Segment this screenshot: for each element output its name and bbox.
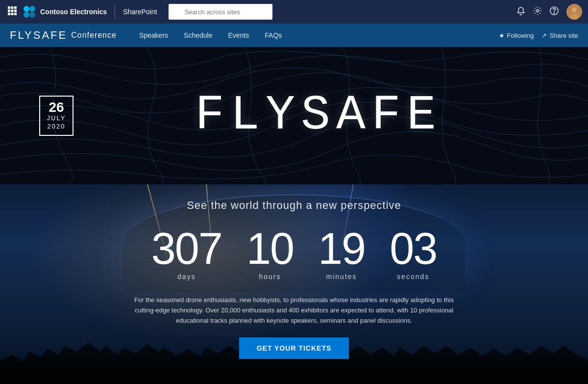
topbar: Contoso Electronics SharePoint 🔍 bbox=[0, 0, 588, 24]
site-conference-label: Conference bbox=[71, 31, 117, 40]
share-icon: ↗ bbox=[541, 32, 547, 39]
sitenav-faqs[interactable]: FAQs bbox=[257, 24, 290, 47]
avatar[interactable] bbox=[566, 4, 582, 20]
sitenav-links: Speakers Schedule Events FAQs bbox=[131, 24, 499, 47]
countdown-hours: 10 hours bbox=[246, 227, 294, 281]
hero-pattern-section: .topo-line { fill: none; stroke: #4488bb… bbox=[0, 47, 588, 184]
svg-rect-7 bbox=[11, 13, 14, 15]
hero-description: For the seasoned drone enthusiasts, new … bbox=[122, 295, 466, 326]
svg-rect-2 bbox=[14, 6, 17, 9]
brand-logo-icon bbox=[23, 5, 36, 19]
svg-point-10 bbox=[29, 6, 35, 12]
svg-rect-3 bbox=[8, 9, 10, 12]
search-container: 🔍 bbox=[169, 4, 339, 20]
following-button[interactable]: ★ Following bbox=[499, 32, 534, 39]
hero-subtitle: See the world through a new perspective bbox=[187, 199, 401, 212]
svg-rect-8 bbox=[14, 13, 17, 15]
share-label: Share site bbox=[549, 32, 578, 39]
countdown-hours-label: hours bbox=[259, 273, 281, 281]
svg-point-13 bbox=[537, 10, 539, 12]
countdown-hours-value: 10 bbox=[246, 227, 294, 271]
sitenav: FLYSAFE Conference Speakers Schedule Eve… bbox=[0, 24, 588, 47]
sitenav-events[interactable]: Events bbox=[220, 24, 257, 47]
event-month: JULY bbox=[46, 114, 67, 123]
search-input[interactable] bbox=[169, 4, 272, 20]
svg-point-12 bbox=[29, 12, 35, 18]
countdown-seconds-label: seconds bbox=[397, 273, 429, 281]
event-year: 2020 bbox=[46, 123, 67, 131]
svg-rect-1 bbox=[11, 6, 14, 9]
site-logo-text: FLYSAFE bbox=[10, 29, 67, 42]
star-icon: ★ bbox=[499, 32, 505, 39]
svg-point-9 bbox=[24, 6, 29, 12]
brand-name: Contoso Electronics bbox=[40, 8, 107, 16]
sitenav-speakers[interactable]: Speakers bbox=[131, 24, 176, 47]
svg-rect-6 bbox=[8, 13, 10, 15]
get-tickets-button[interactable]: GET YOUR TICKETS bbox=[239, 337, 349, 359]
countdown-minutes-label: minutes bbox=[326, 273, 357, 281]
settings-icon[interactable] bbox=[533, 6, 542, 17]
svg-point-17 bbox=[572, 7, 577, 12]
hero-photo-section: See the world through a new perspective … bbox=[0, 184, 588, 384]
countdown-days: 307 days bbox=[151, 227, 222, 281]
share-site-button[interactable]: ↗ Share site bbox=[541, 32, 578, 39]
help-icon[interactable] bbox=[550, 6, 559, 17]
hero-main-title: FLYSAFE bbox=[88, 91, 549, 140]
svg-point-15 bbox=[554, 13, 555, 14]
waffle-icon[interactable] bbox=[6, 4, 19, 20]
event-date-box: 26 JULY 2020 bbox=[39, 96, 74, 136]
countdown: 307 days 10 hours 19 minutes 03 seconds bbox=[151, 227, 437, 281]
following-label: Following bbox=[507, 32, 534, 39]
countdown-seconds: 03 seconds bbox=[390, 227, 437, 281]
event-day: 26 bbox=[46, 101, 67, 114]
sharepoint-label: SharePoint bbox=[123, 8, 157, 16]
countdown-days-label: days bbox=[177, 273, 196, 281]
countdown-seconds-value: 03 bbox=[390, 227, 437, 271]
svg-rect-5 bbox=[14, 9, 17, 12]
svg-rect-0 bbox=[8, 6, 10, 9]
sitenav-schedule[interactable]: Schedule bbox=[176, 24, 220, 47]
countdown-minutes: 19 minutes bbox=[318, 227, 365, 281]
notification-icon[interactable] bbox=[516, 6, 525, 17]
countdown-minutes-value: 19 bbox=[318, 227, 365, 271]
hero-title-area: 26 JULY 2020 FLYSAFE bbox=[0, 47, 588, 184]
countdown-days-value: 307 bbox=[151, 227, 222, 271]
hero: .topo-line { fill: none; stroke: #4488bb… bbox=[0, 47, 588, 384]
svg-point-11 bbox=[24, 12, 29, 18]
hero-content: See the world through a new perspective … bbox=[0, 184, 588, 384]
svg-rect-4 bbox=[11, 9, 14, 12]
topbar-brand[interactable]: Contoso Electronics bbox=[23, 5, 115, 19]
sitenav-logo[interactable]: FLYSAFE Conference bbox=[10, 29, 117, 42]
topbar-icons bbox=[516, 4, 582, 20]
sitenav-actions: ★ Following ↗ Share site bbox=[499, 32, 578, 39]
